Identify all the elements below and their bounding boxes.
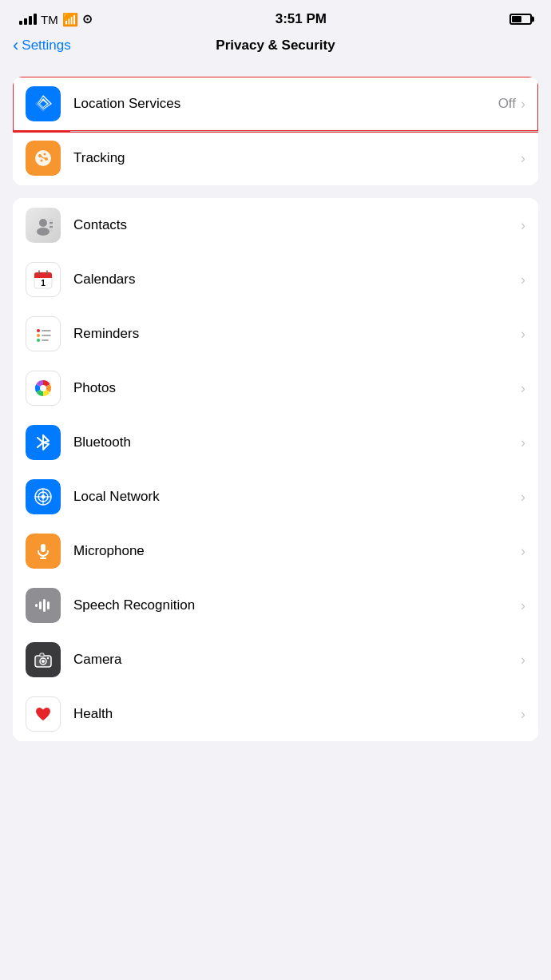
wifi-icon: 📶 xyxy=(62,12,78,27)
svg-rect-12 xyxy=(50,226,53,228)
carrier-text: TM xyxy=(41,13,58,26)
headphone-icon: ⊙ xyxy=(82,12,93,26)
location-services-icon xyxy=(26,86,61,121)
health-icon xyxy=(26,696,61,732)
reminders-icon xyxy=(26,316,61,351)
tracking-chevron: › xyxy=(521,150,525,167)
svg-point-8 xyxy=(39,219,47,227)
local-network-chevron: › xyxy=(521,489,525,506)
page-title: Privacy & Security xyxy=(216,38,335,54)
status-time: 3:51 PM xyxy=(276,11,327,27)
svg-point-20 xyxy=(37,334,40,337)
location-services-chevron: › xyxy=(521,96,525,113)
svg-point-5 xyxy=(44,153,46,156)
speech-recognition-label: Speech Recognition xyxy=(73,597,521,613)
bluetooth-label: Bluetooth xyxy=(73,434,521,450)
photos-label: Photos xyxy=(73,380,521,396)
calendars-label: Calendars xyxy=(73,272,521,288)
calendars-chevron: › xyxy=(521,272,525,288)
back-label: Settings xyxy=(22,38,70,54)
calendars-icon: 1 xyxy=(26,262,61,297)
microphone-item[interactable]: Microphone › xyxy=(13,524,538,578)
health-item[interactable]: Health › xyxy=(13,687,538,741)
local-network-icon xyxy=(26,479,61,514)
camera-label: Camera xyxy=(73,652,521,668)
svg-text:1: 1 xyxy=(41,279,46,288)
back-chevron-icon: ‹ xyxy=(13,37,18,54)
calendars-item[interactable]: 1 Calendars › xyxy=(13,252,538,307)
content-area: Location Services Off › xyxy=(0,64,551,767)
svg-rect-11 xyxy=(50,222,53,224)
location-services-label: Location Services xyxy=(73,96,498,112)
local-network-label: Local Network xyxy=(73,489,521,505)
location-services-value: Off xyxy=(498,96,516,112)
contacts-icon xyxy=(26,208,61,243)
svg-point-41 xyxy=(42,660,45,663)
reminders-item[interactable]: Reminders › xyxy=(13,307,538,361)
privacy-section: Contacts › 1 Calendars › xyxy=(0,198,551,741)
svg-rect-10 xyxy=(50,219,53,232)
health-label: Health xyxy=(73,706,521,722)
bluetooth-item[interactable]: Bluetooth › xyxy=(13,415,538,470)
contacts-item[interactable]: Contacts › xyxy=(13,198,538,252)
signal-bars xyxy=(19,14,37,25)
microphone-label: Microphone xyxy=(73,543,521,559)
battery-icon xyxy=(509,14,532,25)
privacy-card-group: Contacts › 1 Calendars › xyxy=(13,198,538,741)
battery-fill xyxy=(512,16,521,22)
microphone-icon xyxy=(26,534,61,569)
contacts-chevron: › xyxy=(521,217,525,234)
svg-point-44 xyxy=(47,657,49,659)
svg-rect-31 xyxy=(41,544,46,552)
tracking-item[interactable]: Tracking › xyxy=(13,131,538,185)
svg-rect-42 xyxy=(40,653,44,657)
svg-point-21 xyxy=(37,339,40,342)
svg-rect-36 xyxy=(43,599,46,612)
microphone-chevron: › xyxy=(521,543,525,560)
status-right xyxy=(509,14,532,25)
camera-item[interactable]: Camera › xyxy=(13,633,538,687)
svg-point-7 xyxy=(41,160,43,162)
nav-bar: ‹ Settings Privacy & Security xyxy=(0,34,551,64)
svg-rect-15 xyxy=(34,276,52,278)
svg-rect-35 xyxy=(39,601,42,609)
photos-item[interactable]: Photos › xyxy=(13,361,538,415)
bluetooth-icon xyxy=(26,425,61,460)
svg-point-9 xyxy=(37,228,50,236)
local-network-item[interactable]: Local Network › xyxy=(13,470,538,524)
photos-icon xyxy=(26,371,61,406)
location-services-item[interactable]: Location Services Off › xyxy=(13,77,538,131)
tracking-label: Tracking xyxy=(73,150,521,166)
reminders-label: Reminders xyxy=(73,326,521,342)
speech-recognition-item[interactable]: Speech Recognition › xyxy=(13,578,538,633)
contacts-label: Contacts xyxy=(73,217,521,233)
svg-rect-34 xyxy=(35,604,38,607)
tracking-icon xyxy=(26,141,61,176)
svg-rect-37 xyxy=(47,601,50,609)
reminders-chevron: › xyxy=(521,326,525,343)
photos-chevron: › xyxy=(521,380,525,397)
speech-recognition-icon xyxy=(26,588,61,623)
top-section: Location Services Off › xyxy=(0,77,551,185)
health-chevron: › xyxy=(521,706,525,723)
status-left: TM 📶 ⊙ xyxy=(19,12,93,27)
status-bar: TM 📶 ⊙ 3:51 PM xyxy=(0,0,551,34)
back-button[interactable]: ‹ Settings xyxy=(13,37,71,54)
svg-point-19 xyxy=(37,329,40,332)
speech-recognition-chevron: › xyxy=(521,597,525,614)
top-card-group: Location Services Off › xyxy=(13,77,538,185)
camera-icon xyxy=(26,642,61,677)
svg-point-25 xyxy=(40,385,46,391)
camera-chevron: › xyxy=(521,652,525,669)
bluetooth-chevron: › xyxy=(521,434,525,451)
